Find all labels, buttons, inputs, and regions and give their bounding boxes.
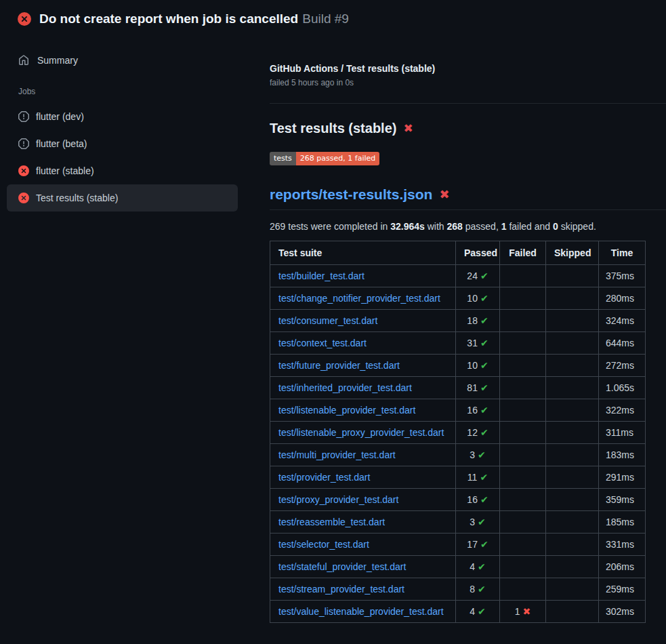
suite-link[interactable]: test/selector_test.dart: [278, 539, 369, 550]
sidebar-job-item-0[interactable]: flutter (dev): [7, 103, 238, 130]
suite-link[interactable]: test/listenable_provider_test.dart: [278, 405, 415, 416]
time-cell: 185ms: [599, 511, 646, 534]
suite-link[interactable]: test/provider_test.dart: [278, 472, 370, 483]
job-label: flutter (beta): [36, 138, 87, 149]
suite-link[interactable]: test/value_listenable_provider_test.dart: [278, 606, 444, 617]
table-row: test/future_provider_test.dart 10✔ ✖ 272…: [270, 355, 646, 377]
suite-link[interactable]: test/listenable_proxy_provider_test.dart: [278, 427, 444, 438]
failed-cell: ✖: [500, 265, 546, 287]
time-value: 331ms: [606, 539, 634, 550]
time-cell: 302ms: [599, 601, 646, 623]
failed-cell: ✖: [500, 578, 546, 601]
cross-icon: ✖: [523, 606, 531, 617]
failed-cell: ✖: [500, 287, 546, 310]
check-icon: ✔: [480, 382, 488, 393]
table-row: test/selector_test.dart 17✔ ✖ 331ms: [270, 534, 646, 556]
report-failed-x-icon: ✖: [439, 188, 449, 201]
time-cell: 359ms: [599, 489, 646, 511]
passed-count: 16: [467, 405, 478, 416]
sidebar-job-item-2[interactable]: flutter (stable): [7, 157, 238, 184]
time-cell: 206ms: [599, 556, 646, 578]
suite-link[interactable]: test/stateful_provider_test.dart: [278, 561, 406, 572]
skipped-cell: [546, 399, 599, 422]
sidebar-job-item-1[interactable]: flutter (beta): [7, 130, 238, 157]
skipped-cell: [546, 578, 599, 601]
time-cell: 183ms: [599, 444, 646, 466]
failed-cell: ✖: [500, 466, 546, 489]
failed-cell: 1✖: [500, 601, 546, 623]
skipped-cell: [546, 265, 599, 287]
summary-segment: passed,: [463, 221, 501, 232]
failed-count: 1: [515, 606, 520, 617]
check-icon: ✔: [480, 270, 488, 281]
check-icon: ✔: [480, 360, 488, 371]
time-value: 206ms: [606, 561, 634, 572]
table-row: test/proxy_provider_test.dart 16✔ ✖ 359m…: [270, 489, 646, 511]
x-circle-icon: [18, 193, 29, 203]
report-title-link[interactable]: reports/test-results.json: [270, 186, 432, 203]
failed-cell: ✖: [500, 511, 546, 534]
results-table: Test suitePassedFailedSkippedTime test/b…: [270, 241, 646, 623]
table-row: test/stateful_provider_test.dart 4✔ ✖ 20…: [270, 556, 646, 578]
suite-link[interactable]: test/inherited_provider_test.dart: [278, 382, 412, 393]
sidebar-item-summary[interactable]: Summary: [0, 49, 251, 72]
passed-cell: 17✔: [456, 534, 500, 556]
suite-link[interactable]: test/proxy_provider_test.dart: [278, 494, 398, 505]
failed-cell: ✖: [500, 444, 546, 466]
suite-link[interactable]: test/builder_test.dart: [278, 270, 365, 281]
failed-cell: ✖: [500, 399, 546, 422]
table-row: test/inherited_provider_test.dart 81✔ ✖ …: [270, 377, 646, 399]
passed-cell: 81✔: [456, 377, 500, 399]
time-cell: 311ms: [599, 422, 646, 444]
suite-link[interactable]: test/stream_provider_test.dart: [278, 584, 404, 595]
suite-link[interactable]: test/change_notifier_provider_test.dart: [278, 293, 440, 304]
passed-count: 31: [467, 338, 478, 348]
table-row: test/provider_test.dart 11✔ ✖ 291ms: [270, 466, 646, 489]
time-value: 272ms: [606, 360, 634, 371]
time-value: 375ms: [606, 270, 634, 281]
skipped-cell: [546, 534, 599, 556]
time-value: 185ms: [606, 517, 634, 527]
check-icon: ✔: [480, 539, 488, 550]
sidebar-job-item-3[interactable]: Test results (stable): [7, 184, 238, 212]
build-number: Build #9: [302, 12, 349, 26]
check-title-row: Test results (stable) ✖: [270, 121, 666, 136]
summary-segment: failed and: [507, 221, 554, 232]
passed-cell: 3✔: [456, 511, 500, 534]
passed-cell: 3✔: [456, 444, 500, 466]
failed-status-icon: [18, 12, 31, 26]
summary-segment: 0: [553, 221, 558, 232]
status-line: failed 5 hours ago in 0s: [270, 78, 666, 87]
time-cell: 331ms: [599, 534, 646, 556]
skipped-cell: [546, 332, 599, 355]
suite-link[interactable]: test/consumer_test.dart: [278, 315, 377, 326]
skipped-cell: [546, 444, 599, 466]
time-cell: 280ms: [599, 287, 646, 310]
time-value: 322ms: [606, 405, 634, 416]
failed-cell: ✖: [500, 534, 546, 556]
passed-count: 10: [467, 360, 478, 371]
time-cell: 1.065s: [599, 377, 646, 399]
main-content: GitHub Actions / Test results (stable) f…: [251, 37, 666, 623]
suite-link[interactable]: test/context_test.dart: [278, 338, 367, 348]
suite-link[interactable]: test/future_provider_test.dart: [278, 360, 400, 371]
check-icon: ✔: [478, 606, 486, 617]
column-header-failed: Failed: [500, 241, 546, 265]
check-icon: ✔: [480, 315, 488, 326]
time-cell: 322ms: [599, 399, 646, 422]
skipped-cell: [546, 287, 599, 310]
suite-link[interactable]: test/multi_provider_test.dart: [278, 449, 396, 460]
time-value: 1.065s: [606, 382, 634, 393]
badge-label: tests: [270, 152, 296, 165]
passed-cell: 12✔: [456, 422, 500, 444]
suite-link[interactable]: test/reassemble_test.dart: [278, 517, 385, 527]
passed-cell: 16✔: [456, 489, 500, 511]
check-icon: ✔: [478, 517, 486, 527]
results-table-body: test/builder_test.dart 24✔ ✖ 375ms test/…: [270, 265, 646, 623]
passed-count: 24: [467, 270, 478, 281]
page-title: Do not create report when job is cancell…: [39, 12, 298, 26]
time-cell: 644ms: [599, 332, 646, 355]
time-cell: 324ms: [599, 310, 646, 332]
summary-segment: 32.964s: [390, 221, 425, 232]
passed-count: 18: [467, 315, 478, 326]
